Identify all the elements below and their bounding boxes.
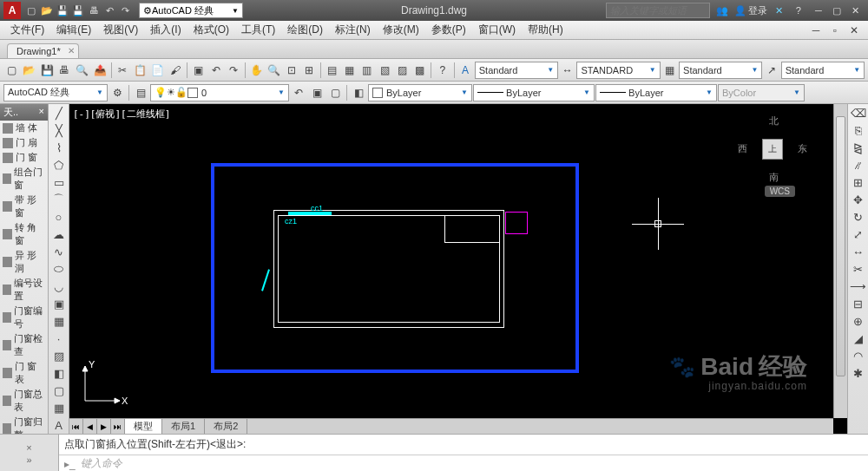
maximize-button[interactable]: ▢ [829, 3, 845, 17]
ssm-icon[interactable]: ▧ [376, 62, 392, 79]
workspace-selector[interactable]: ⚙ AutoCAD 经典 ▼ [139, 3, 243, 18]
pline-icon[interactable]: ⌇ [49, 139, 69, 156]
offset-icon[interactable]: ⫽ [848, 156, 868, 173]
palette-header[interactable]: 天..× [0, 104, 48, 121]
scroll-thumb[interactable] [836, 116, 845, 376]
menu-window[interactable]: 窗口(W) [473, 21, 521, 39]
tab-nav-first-icon[interactable]: ⏮ [69, 419, 83, 434]
menu-dimension[interactable]: 标注(N) [330, 21, 376, 39]
document-tab[interactable]: Drawing1* ✕ [7, 43, 79, 58]
break-icon[interactable]: ⊟ [848, 295, 868, 312]
copy-icon[interactable]: ⎘ [848, 121, 868, 139]
matchprop-icon[interactable]: 🖌 [167, 62, 183, 79]
login-button[interactable]: 👤登录 [734, 3, 767, 17]
doc-close-button[interactable]: ✕ [845, 22, 863, 39]
extend-icon[interactable]: ⟶ [848, 278, 868, 295]
palette-item[interactable]: 异 形 洞 [0, 248, 48, 276]
palette-item[interactable]: 门窗编号 [0, 304, 48, 331]
array-icon[interactable]: ⊞ [848, 173, 868, 191]
paste-icon[interactable]: 📄 [149, 62, 166, 79]
layer-iso-icon[interactable]: ▢ [326, 84, 344, 101]
tp-icon[interactable]: ▥ [358, 62, 375, 79]
exchange-icon[interactable]: ✕ [773, 3, 786, 17]
dimstyle-combo[interactable]: STANDARD▼ [576, 62, 660, 79]
palette-item[interactable]: 门 窗 [0, 150, 48, 165]
hatch-icon[interactable]: ▨ [49, 347, 69, 364]
mtext-icon[interactable]: A [49, 416, 69, 434]
join-icon[interactable]: ⊕ [848, 312, 868, 330]
palette-item[interactable]: 组合门窗 [0, 165, 48, 193]
print-icon[interactable]: 🖶 [87, 3, 101, 17]
tablestyle-combo[interactable]: Standard▼ [679, 62, 762, 79]
layer-manager-icon[interactable]: ▤ [132, 84, 149, 101]
tab-layout2[interactable]: 布局2 [205, 419, 247, 434]
close-icon[interactable]: × [26, 442, 31, 453]
cut-icon[interactable]: ✂ [115, 62, 131, 79]
chevron-right-icon[interactable]: » [26, 455, 31, 465]
tablestyle-icon[interactable]: ▦ [661, 62, 678, 79]
menu-insert[interactable]: 插入(I) [145, 21, 186, 39]
viewcube[interactable]: 北 南 东 西 上 [738, 114, 807, 184]
chamfer-icon[interactable]: ◢ [848, 330, 868, 347]
palette-item[interactable]: 带 形 窗 [0, 193, 48, 220]
palette-item[interactable]: 编号设置 [0, 276, 48, 304]
redo-icon[interactable]: ↷ [225, 62, 241, 79]
new-icon[interactable]: ▢ [3, 62, 20, 79]
layer-state-icon[interactable]: ▣ [308, 84, 326, 101]
insert-icon[interactable]: ▣ [49, 295, 69, 312]
table-icon[interactable]: ▦ [49, 399, 69, 416]
color-picker-icon[interactable]: ◧ [350, 84, 367, 101]
menu-modify[interactable]: 修改(M) [378, 21, 424, 39]
minimize-button[interactable]: ─ [811, 3, 826, 17]
open-icon[interactable]: 📂 [40, 3, 54, 17]
gradient-icon[interactable]: ◧ [49, 364, 69, 382]
menu-view[interactable]: 视图(V) [98, 21, 143, 39]
dc-icon[interactable]: ▦ [341, 62, 358, 79]
drawing-canvas[interactable]: [-][俯视][二维线框] 北 南 东 西 上 WCS cc1 cz1 [69, 104, 833, 418]
circle-icon[interactable]: ○ [49, 208, 69, 226]
palette-item[interactable]: 门窗总表 [0, 387, 48, 415]
tab-nav-next-icon[interactable]: ▶ [97, 419, 111, 434]
undo-icon[interactable]: ↶ [207, 62, 224, 79]
menu-draw[interactable]: 绘图(D) [282, 21, 328, 39]
revcloud-icon[interactable]: ☁ [49, 226, 69, 243]
ellipsearc-icon[interactable]: ◡ [49, 278, 69, 295]
rotate-icon[interactable]: ↻ [848, 208, 868, 226]
pan-icon[interactable]: ✋ [248, 62, 265, 79]
layer-combo[interactable]: 💡 ☀ 🔓 0 ▼ [150, 84, 289, 101]
explode-icon[interactable]: ✱ [848, 364, 868, 382]
line-icon[interactable]: ╱ [49, 104, 69, 121]
viewcube-east[interactable]: 东 [798, 142, 807, 155]
open-icon[interactable]: 📂 [21, 62, 37, 79]
menu-edit[interactable]: 编辑(E) [51, 21, 96, 39]
palette-item[interactable]: 门 扇 [0, 135, 48, 150]
ucs-icon[interactable]: X Y [76, 357, 128, 411]
textstyle-combo[interactable]: Standard▼ [475, 62, 558, 79]
lineweight-combo[interactable]: ByLayer▼ [595, 84, 717, 101]
palette-item[interactable]: 门 窗 表 [0, 359, 48, 387]
viewport-label[interactable]: [-][俯视][二维线框] [73, 108, 170, 121]
plot-icon[interactable]: 🖶 [56, 62, 73, 79]
undo-icon[interactable]: ↶ [102, 3, 116, 17]
menu-tools[interactable]: 工具(T) [236, 21, 280, 39]
tab-nav-last-icon[interactable]: ⏭ [111, 419, 125, 434]
zoom-prev-icon[interactable]: ⊞ [300, 62, 317, 79]
block-icon[interactable]: ▣ [190, 62, 207, 79]
help-search-input[interactable] [606, 3, 710, 18]
polygon-icon[interactable]: ⬠ [49, 156, 69, 173]
properties-icon[interactable]: ▤ [324, 62, 340, 79]
zoom-win-icon[interactable]: ⊡ [283, 62, 299, 79]
help-icon[interactable]: ? [434, 62, 450, 79]
tab-close-icon[interactable]: ✕ [68, 46, 75, 56]
wcs-badge[interactable]: WCS [765, 186, 795, 197]
help-icon[interactable]: ? [792, 3, 806, 17]
mleaderstyle-combo[interactable]: Standard▼ [781, 62, 865, 79]
command-input-row[interactable]: ▸_ 键入命令 [59, 455, 868, 471]
tab-nav-prev-icon[interactable]: ◀ [83, 419, 97, 434]
layer-prev-icon[interactable]: ↶ [290, 84, 307, 101]
redo-icon[interactable]: ↷ [118, 3, 132, 17]
viewcube-west[interactable]: 西 [738, 142, 747, 155]
zoom-rt-icon[interactable]: 🔍 [266, 62, 282, 79]
xline-icon[interactable]: ╳ [49, 121, 69, 139]
fillet-icon[interactable]: ◠ [848, 347, 868, 364]
